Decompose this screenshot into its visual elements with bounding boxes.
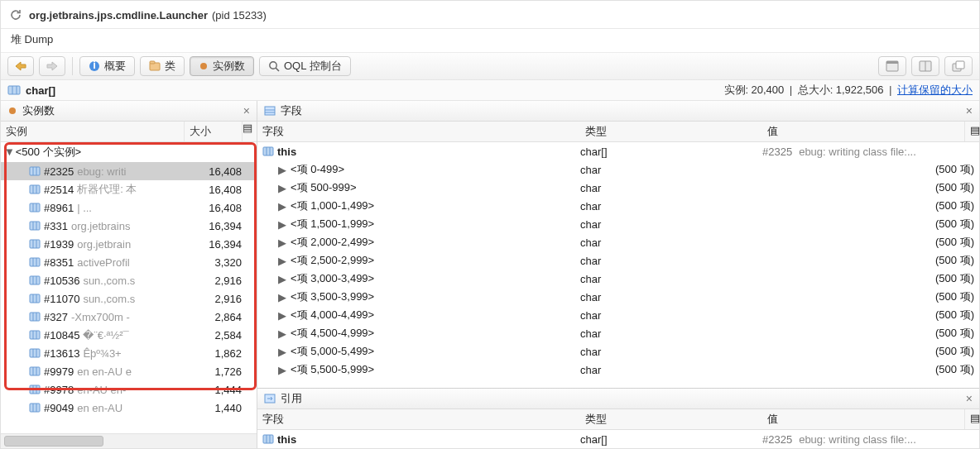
- field-range-row[interactable]: ▶<项 5,000-5,499>char(500 项): [257, 342, 979, 361]
- h-scrollbar[interactable]: [1, 433, 257, 448]
- window-title: org.jetbrains.jps.cmdline.Launcher (pid …: [29, 6, 267, 23]
- oql-icon: [268, 60, 280, 72]
- instance-row[interactable]: #10845�¨€·ª½²¯2,584: [1, 326, 257, 344]
- tool-3-button[interactable]: [944, 56, 973, 76]
- field-range-row[interactable]: ▶<项 4,000-4,499>char(500 项): [257, 306, 979, 324]
- instance-row[interactable]: #9978en-AU en-1,444: [1, 380, 257, 399]
- forward-button[interactable]: [39, 56, 65, 76]
- col-menu[interactable]: ▤: [964, 122, 979, 141]
- field-range-row[interactable]: ▶<项 3,500-3,999>char(500 项): [257, 288, 979, 306]
- chevron-right-icon: ▶: [277, 164, 287, 176]
- instance-row[interactable]: #331org.jetbrains16,394: [1, 217, 257, 235]
- col-instance[interactable]: 实例: [1, 122, 184, 141]
- instance-row[interactable]: #2325ebug: writi16,408: [1, 162, 257, 180]
- back-button[interactable]: [7, 56, 34, 76]
- field-range-row[interactable]: ▶<项 4,500-4,999>char(500 项): [257, 324, 979, 342]
- window-icon: [886, 60, 899, 72]
- col-field[interactable]: 字段: [257, 409, 580, 429]
- chevron-down-icon: ▼: [4, 146, 12, 158]
- chevron-right-icon: ▶: [277, 273, 287, 285]
- col-menu[interactable]: ▤: [242, 122, 257, 141]
- instances-list[interactable]: ▼ <500 个实例> #2325ebug: writi16,408#2514析…: [1, 142, 257, 433]
- field-range-row[interactable]: ▶<项 5,500-5,999>char(500 项): [257, 361, 979, 379]
- ref-this[interactable]: this char[] #2325ebug: writing class fil…: [257, 430, 979, 448]
- instance-row[interactable]: #9979en en-AU e1,726: [1, 362, 257, 380]
- field-range-row[interactable]: ▶<项 2,500-2,999>char(500 项): [257, 251, 979, 270]
- chevron-right-icon: ▶: [277, 309, 287, 322]
- tool-1-button[interactable]: [878, 56, 906, 76]
- chevron-right-icon: ▶: [277, 291, 287, 303]
- close-icon[interactable]: ×: [243, 105, 250, 117]
- instance-row[interactable]: #8351activeProfil3,320: [1, 253, 257, 271]
- instance-row[interactable]: #10536sun.,com.s2,916: [1, 271, 257, 289]
- svg-rect-35: [30, 276, 40, 284]
- svg-rect-17: [30, 167, 40, 175]
- instance-row[interactable]: #8961 | ...16,408: [1, 198, 257, 217]
- window-split-icon: [919, 60, 932, 72]
- refs-columns: 字段 类型 值 ▤: [257, 409, 979, 430]
- col-field[interactable]: 字段: [257, 122, 580, 141]
- instance-row[interactable]: #11070sun.,com.s2,916: [1, 289, 257, 308]
- svg-rect-3: [150, 61, 155, 64]
- svg-rect-26: [30, 222, 40, 230]
- close-icon[interactable]: ×: [966, 393, 973, 404]
- col-menu[interactable]: ▤: [964, 409, 979, 429]
- references-pane: 引用 × 字段 类型 值 ▤ this char[] #2325ebug: wr…: [257, 388, 979, 448]
- svg-point-4: [200, 63, 207, 69]
- references-tab[interactable]: 引用 ×: [257, 389, 979, 409]
- fields-list[interactable]: this char[] #2325ebug: writing class fil…: [257, 142, 979, 388]
- field-range-row[interactable]: ▶<项 1,000-1,499>char(500 项): [257, 197, 979, 215]
- svg-rect-44: [30, 331, 40, 339]
- svg-point-5: [270, 62, 276, 69]
- instances-button[interactable]: 实例数: [190, 56, 254, 76]
- instance-row[interactable]: #1939org.jetbrain16,394: [1, 235, 257, 253]
- col-type[interactable]: 类型: [580, 122, 762, 141]
- instances-pane: 实例数 × 实例 大小 ▤ ▼ <500 个实例> #2325ebug: wri…: [1, 101, 257, 448]
- refresh-icon: [9, 8, 22, 21]
- references-icon: [264, 394, 276, 404]
- instance-row[interactable]: #327-Xmx700m -2,864: [1, 308, 257, 326]
- overview-button[interactable]: i 概要: [79, 56, 135, 76]
- instance-group[interactable]: ▼ <500 个实例>: [1, 142, 257, 162]
- context-row: char[] 实例: 20,400 | 总大小: 1,922,506 | 计算保…: [1, 80, 979, 101]
- field-range-row[interactable]: ▶<项 1,500-1,999>char(500 项): [257, 215, 979, 233]
- class-name: char[]: [26, 84, 55, 97]
- arrow-left-icon: [15, 61, 26, 71]
- bullet-icon: [199, 61, 209, 71]
- instances-tab[interactable]: 实例数 ×: [1, 101, 257, 122]
- instances-tab-label: 实例数: [22, 103, 55, 118]
- instance-row[interactable]: #2514析器代理: 本16,408: [1, 180, 257, 198]
- references-tab-label: 引用: [281, 391, 302, 406]
- instance-row[interactable]: #9049en en-AU1,440: [1, 399, 257, 417]
- close-icon[interactable]: ×: [966, 105, 973, 117]
- heap-dump-label: 堆 Dump: [1, 29, 979, 53]
- svg-rect-53: [30, 385, 40, 394]
- svg-rect-12: [956, 61, 964, 69]
- col-value[interactable]: 值: [762, 409, 964, 429]
- oql-button[interactable]: OQL 控制台: [259, 56, 351, 76]
- chevron-right-icon: ▶: [277, 364, 287, 376]
- svg-rect-29: [30, 240, 40, 248]
- field-range-row[interactable]: ▶<项 500-999>char(500 项): [257, 179, 979, 197]
- svg-rect-20: [30, 185, 40, 193]
- summary-stats: 实例: 20,400 | 总大小: 1,922,506 | 计算保留的大小: [724, 83, 973, 98]
- retained-size-link[interactable]: 计算保留的大小: [897, 84, 973, 96]
- instance-row[interactable]: #13613Êþº¾3+1,862: [1, 344, 257, 362]
- svg-rect-23: [30, 203, 40, 212]
- tool-2-button[interactable]: [911, 56, 939, 76]
- classes-button[interactable]: 类: [140, 56, 185, 76]
- col-size[interactable]: 大小: [184, 122, 242, 141]
- col-value[interactable]: 值: [762, 122, 964, 141]
- field-range-row[interactable]: ▶<项 2,000-2,499>char(500 项): [257, 233, 979, 251]
- titlebar: org.jetbrains.jps.cmdline.Launcher (pid …: [1, 1, 979, 29]
- info-icon: i: [89, 60, 100, 72]
- chevron-right-icon: ▶: [277, 236, 287, 249]
- svg-rect-13: [8, 86, 20, 94]
- fields-tab[interactable]: 字段 ×: [257, 101, 979, 122]
- field-range-row[interactable]: ▶<项 0-499>char(500 项): [257, 160, 979, 179]
- bullet-icon: [7, 106, 17, 116]
- field-this[interactable]: this char[] #2325ebug: writing class fil…: [257, 142, 979, 160]
- field-range-row[interactable]: ▶<项 3,000-3,499>char(500 项): [257, 270, 979, 288]
- col-type[interactable]: 类型: [580, 409, 762, 429]
- chevron-right-icon: ▶: [277, 200, 287, 213]
